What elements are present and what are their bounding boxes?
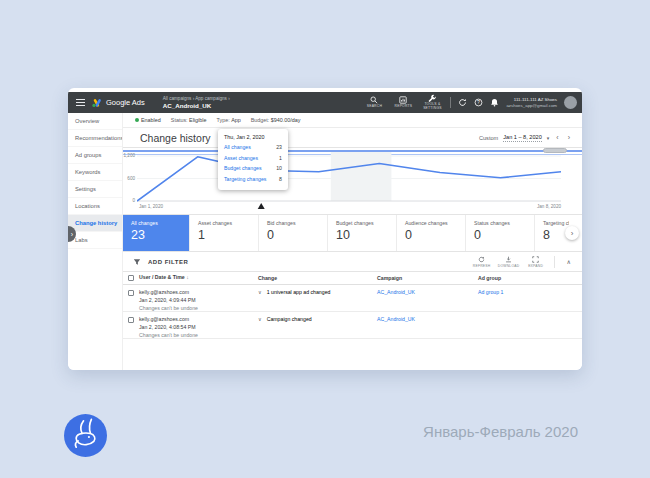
download-action-button[interactable]: DOWNLOAD [500,256,518,268]
sidebar-item-change-history[interactable]: Change history [68,215,122,232]
card-label: All changes [131,220,189,226]
google-ads-window: Google Ads All campaigns › App campaigns… [68,88,582,370]
row-user: kelly.g@azshoes.com [139,289,258,297]
range-next-icon[interactable]: › [566,134,572,141]
add-filter-button[interactable]: ADD FILTER [148,259,188,265]
select-all-checkbox[interactable] [128,275,134,281]
refresh-label: REFRESH [473,264,491,268]
tools-settings-button[interactable]: TOOLS & SETTINGS [421,94,443,111]
row-change: 1 universal app ad changed [267,289,331,311]
avatar[interactable] [564,96,577,109]
cards-scroll-next-button[interactable]: › [565,226,579,240]
main-content: Enabled Status: Eligible Type: App Budge… [123,113,582,370]
sidebar-item-overview[interactable]: Overview [68,113,122,130]
filter-icon[interactable] [133,258,141,266]
breadcrumb-current-campaign[interactable]: AC_Android_UK [163,102,230,109]
sidebar-item-recommendations[interactable]: Recommendations [68,130,122,147]
card-budget-changes[interactable]: Budget changes 10 [328,215,397,251]
row-campaign-link[interactable]: AC_Android_UK [377,316,415,322]
row-user: kelly.g@azshoes.com [139,316,258,324]
chart-range-slider-thumb[interactable] [543,148,567,153]
page-header: Change history Custom Jan 1 – 8, 2020 ▾ … [123,128,582,148]
svg-text:?: ? [478,99,481,105]
menu-icon[interactable] [76,99,85,105]
sidebar-item-labs[interactable]: Labs [68,232,122,249]
account-name: 111-111-111 AZ Shoes [506,97,557,103]
x-tick-jan1: Jan 1, 2020 [139,204,163,209]
budget-value[interactable]: $940.00/day [271,117,301,123]
tooltip-label[interactable]: Budget changes [224,165,262,171]
search-icon [370,96,378,104]
card-bid-changes[interactable]: Bid changes 0 [259,215,328,251]
reports-icon [399,96,407,104]
chart-plot-area[interactable] [137,148,561,212]
tooltip-value: 23 [276,144,282,150]
card-value: 23 [131,228,189,242]
sidebar-item-keywords[interactable]: Keywords [68,164,122,181]
date-range-prefix: Custom [479,135,498,141]
x-tick-jan8: Jan 8, 2020 [537,204,561,209]
change-history-chart: 1,200 600 0 Jan 1, 2020 Jan 8, 2020 [123,148,582,215]
notifications-bell-icon[interactable] [490,98,499,107]
refresh-action-button[interactable]: REFRESH [473,256,491,268]
tooltip-date: Thu, Jan 2, 2020 [224,134,282,140]
help-icon[interactable]: ? [474,98,483,107]
campaign-state: Enabled [141,117,161,123]
range-prev-icon[interactable]: ‹ [554,134,560,141]
campaign-status-bar: Enabled Status: Eligible Type: App Budge… [123,113,582,128]
card-status-changes[interactable]: Status changes 0 [466,215,535,251]
col-header-change[interactable]: Change [258,275,377,281]
page-title: Change history [140,132,211,144]
row-datetime: Jan 2, 2020, 4:08:54 PM [139,324,258,332]
chevron-down-icon[interactable]: ▾ [547,135,550,141]
row-campaign-link[interactable]: AC_Android_UK [377,289,415,295]
card-all-changes[interactable]: All changes 23 [123,215,190,251]
card-audience-changes[interactable]: Audience changes 0 [397,215,466,251]
tooltip-label[interactable]: Asset changes [224,155,258,161]
card-label: Budget changes [336,220,396,226]
slide-caption: Январь-Февраль 2020 [423,423,578,440]
date-range-value[interactable]: Jan 1 – 8, 2020 [503,134,542,142]
col-header-campaign[interactable]: Campaign [377,275,478,281]
col-header-adgroup[interactable]: Ad group [478,275,582,281]
row-adgroup-link[interactable]: Ad group 1 [478,289,503,295]
sidebar-item-locations[interactable]: Locations [68,198,122,215]
status-value: Eligible [189,117,206,123]
tooltip-label[interactable]: All changes [224,144,251,150]
expand-row-icon[interactable]: ∨ [258,316,262,338]
breadcrumb[interactable]: All campaigns › App campaigns › AC_Andro… [163,96,230,109]
tooltip-value: 10 [276,165,282,171]
refresh-icon [478,256,485,263]
account-info[interactable]: 111-111-111 AZ Shoes azshoes_app@gmail.c… [506,97,557,108]
collapse-table-icon[interactable]: ∧ [564,258,574,265]
card-label: Status changes [474,220,534,226]
card-value: 0 [405,228,465,242]
sidebar-item-settings[interactable]: Settings [68,181,122,198]
filter-toolbar: ADD FILTER REFRESH DOW [123,252,582,272]
card-asset-changes[interactable]: Asset changes 1 [190,215,259,251]
card-label: Audience changes [405,220,465,226]
row-note: Changes can't be undone [139,332,258,340]
sort-desc-icon[interactable]: ↓ [186,274,189,280]
search-button[interactable]: SEARCH [363,96,385,109]
expand-row-icon[interactable]: ∨ [258,289,262,311]
expand-action-button[interactable]: EXPAND [527,256,545,268]
tooltip-value: 1 [279,155,282,161]
breadcrumb-trail[interactable]: All campaigns › App campaigns › [163,96,230,102]
card-value: 1 [198,228,258,242]
date-range-picker[interactable]: Custom Jan 1 – 8, 2020 ▾ ‹ › [479,134,572,142]
row-checkbox[interactable] [128,290,134,296]
row-checkbox[interactable] [128,317,134,323]
refresh-icon[interactable] [458,98,467,107]
row-datetime: Jan 2, 2020, 4:09:44 PM [139,297,258,305]
tooltip-label[interactable]: Targeting changes [224,176,266,182]
y-tick-1200: 1,200 [123,153,135,158]
left-nav: Overview Recommendations Ad groups Keywo… [68,113,123,370]
table-header-row: User / Date & Time ↓ Change Campaign Ad … [123,272,582,285]
sidebar-item-ad-groups[interactable]: Ad groups [68,147,122,164]
type-value: App [231,117,241,123]
reports-label: REPORTS [395,105,413,109]
col-header-user[interactable]: User / Date & Time ↓ [139,274,258,282]
reports-button[interactable]: REPORTS [392,96,414,109]
card-targeting-changes[interactable]: Targeting changes 8 [535,215,569,251]
